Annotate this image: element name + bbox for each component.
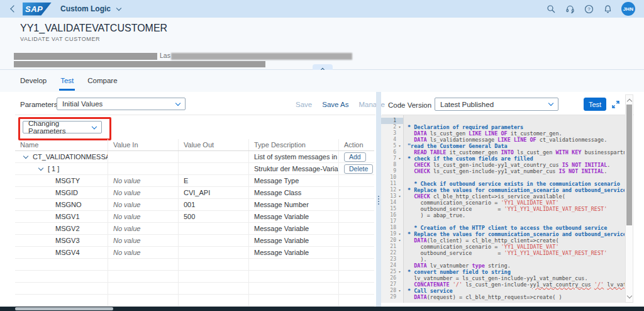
- type-description: Message Variable: [254, 213, 309, 220]
- value-out-cell[interactable]: 001: [179, 199, 249, 210]
- value-out-cell[interactable]: [179, 163, 249, 174]
- value-in: No value: [113, 213, 140, 220]
- value-in: No value: [113, 177, 140, 184]
- fold-toggle-icon[interactable]: ▾: [396, 193, 403, 200]
- code-line: DATA(request) = cl_ble_http_request=>cre…: [408, 294, 625, 300]
- type-description-cell: Message Class: [249, 187, 339, 198]
- fold-toggle-icon[interactable]: ▾: [396, 269, 403, 275]
- param-name-cell: MSGV1: [15, 211, 108, 222]
- empty-cell: [179, 295, 249, 306]
- tab-test[interactable]: Test: [60, 77, 74, 86]
- code-line-number: 27: [381, 281, 403, 288]
- value-out-cell[interactable]: CVI_API: [179, 187, 249, 198]
- fold-toggle-icon[interactable]: ▾: [396, 288, 403, 294]
- value-in-cell[interactable]: No value: [108, 187, 179, 198]
- fold-toggle-icon[interactable]: ▾: [396, 156, 403, 162]
- tree-collapse-icon[interactable]: [38, 166, 43, 171]
- tab-develop[interactable]: Develop: [20, 77, 47, 86]
- save-as-button[interactable]: Save As: [322, 101, 348, 108]
- value-out-cell[interactable]: 500: [179, 211, 249, 222]
- value-out-cell[interactable]: [179, 223, 249, 234]
- value-out-cell[interactable]: [179, 235, 249, 246]
- param-name-cell: MSGID: [15, 187, 108, 198]
- parameter-scope-select[interactable]: Changing Parameters: [23, 121, 102, 133]
- value-out-cell[interactable]: [179, 151, 249, 162]
- scroll-down-icon[interactable]: [628, 296, 631, 298]
- table-row[interactable]: MSGV2No valueMessage Variable: [15, 223, 374, 235]
- fold-toggle-icon[interactable]: ▾: [396, 143, 403, 149]
- value-in-cell[interactable]: No value: [108, 199, 179, 210]
- value-in-cell[interactable]: [108, 163, 179, 174]
- notifications-bell-icon[interactable]: [602, 4, 613, 14]
- empty-cell: [15, 283, 108, 294]
- scroll-up-icon[interactable]: [628, 98, 631, 103]
- code-line-number: 9: [381, 168, 403, 174]
- type-description: Message Variable: [254, 225, 309, 232]
- table-row[interactable]: CT_VALIDATIONMESSAGEList of system messa…: [15, 151, 374, 163]
- page-title: YY1_VALIDATEVATCUSTOMER: [20, 23, 167, 34]
- add-button[interactable]: Add: [344, 152, 366, 162]
- table-row[interactable]: MSGIDNo valueCVI_APIMessage Class: [15, 187, 374, 199]
- fold-toggle-icon[interactable]: ▾: [396, 237, 403, 244]
- type-description-cell: Message Variable: [249, 211, 339, 222]
- empty-table-row: [15, 259, 374, 271]
- app-window: SAP Custom Logic ? JHN YY1_VALIDATEVATCU…: [0, 0, 644, 311]
- horizontal-scrollbar-thumb[interactable]: [15, 307, 113, 310]
- type-description-cell: Message Variable: [249, 235, 339, 246]
- value-out: 500: [184, 213, 195, 220]
- type-description: List of system messages in T1...: [254, 153, 339, 161]
- param-name-cell: MSGV3: [15, 235, 108, 246]
- code-line-number: 24: [381, 263, 403, 269]
- support-headset-icon[interactable]: [565, 4, 575, 14]
- fold-toggle-icon[interactable]: ▾: [396, 124, 403, 130]
- table-row[interactable]: MSGTYNo valueEMessage Type: [15, 175, 374, 187]
- sap-logo: SAP: [23, 3, 52, 16]
- code-version-select[interactable]: Latest Published: [435, 98, 558, 111]
- code-line-number: 19▾: [381, 231, 403, 237]
- value-out-cell[interactable]: E: [179, 175, 249, 186]
- delete-button[interactable]: Delete: [344, 164, 373, 174]
- fullscreen-expand-icon[interactable]: [611, 99, 621, 110]
- empty-cell: [339, 295, 374, 306]
- code-line: DATA ls_validationmessage LIKE LINE OF c…: [408, 137, 625, 143]
- value-in-cell[interactable]: No value: [108, 175, 179, 186]
- fold-toggle-icon[interactable]: ▾: [396, 231, 403, 237]
- tab-compare[interactable]: Compare: [87, 77, 117, 86]
- code-line-number: 10: [381, 174, 403, 181]
- value-in-cell[interactable]: No value: [108, 235, 179, 246]
- table-row[interactable]: MSGV3No valueMessage Variable: [15, 235, 374, 247]
- value-out-cell[interactable]: [179, 247, 249, 258]
- tree-collapse-icon[interactable]: [23, 154, 28, 159]
- test-table-body: CT_VALIDATIONMESSAGEList of system messa…: [15, 151, 374, 311]
- app-title[interactable]: Custom Logic: [60, 4, 111, 13]
- search-icon[interactable]: [546, 4, 557, 14]
- code-scrollbar-thumb[interactable]: [626, 105, 632, 225]
- table-row[interactable]: [ 1 ]Struktur der Message-VariablenDelet…: [15, 163, 374, 175]
- app-title-chevron-down-icon[interactable]: [116, 5, 121, 10]
- fold-toggle-icon[interactable]: ▾: [396, 187, 403, 193]
- save-button[interactable]: Save: [296, 101, 312, 108]
- parameters-select[interactable]: Initial Values: [57, 98, 186, 110]
- value-in-cell[interactable]: No value: [108, 223, 179, 234]
- code-line-number: 29: [381, 294, 403, 300]
- help-icon[interactable]: ?: [584, 4, 594, 14]
- user-avatar[interactable]: JHN: [621, 2, 635, 16]
- param-name: CT_VALIDATIONMESSAGE: [33, 153, 108, 161]
- code-line-number: 26: [381, 275, 403, 281]
- value-in-cell[interactable]: [108, 151, 179, 162]
- table-header-row: Name Value In Value Out Type Description…: [15, 139, 374, 151]
- back-icon[interactable]: [10, 5, 17, 12]
- table-row[interactable]: MSGV1No value500Message Variable: [15, 211, 374, 223]
- code-editor-content[interactable]: * Declaration of required parameters DAT…: [404, 115, 625, 303]
- value-in-cell[interactable]: No value: [108, 211, 179, 222]
- type-description: Message Variable: [254, 237, 309, 244]
- code-line: READ TABLE it_customer_gen INTO ls_cust_…: [408, 149, 625, 156]
- value-in-cell[interactable]: No value: [108, 247, 179, 258]
- panel-splitter[interactable]: [376, 92, 381, 307]
- code-line: outbound_service = 'YY1_YY1_VALIDATE_VAT…: [408, 250, 625, 256]
- table-row[interactable]: MSGV4No valueMessage Variable: [15, 247, 374, 259]
- table-row[interactable]: MSGNONo value001Message Number: [15, 199, 374, 211]
- test-button[interactable]: Test: [584, 98, 606, 111]
- empty-cell: [339, 283, 374, 294]
- action-cell: Delete: [339, 163, 374, 174]
